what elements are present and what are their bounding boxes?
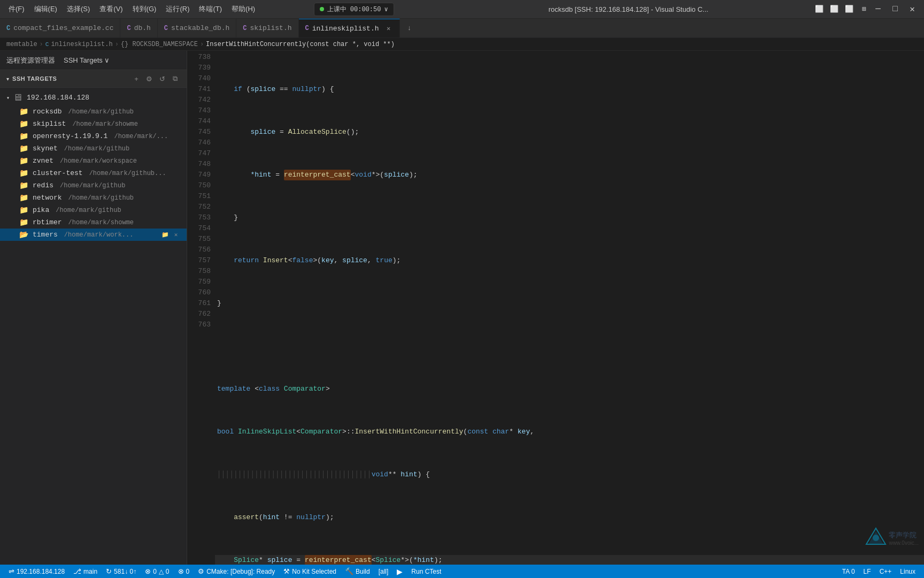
close-button[interactable]: ✕	[905, 2, 920, 17]
ssh-targets-dropdown[interactable]: SSH Targets ∨	[64, 56, 110, 64]
code-line-742: return Insert<false>(key, splice, true);	[215, 255, 924, 266]
status-cmake-label: CMake: [Debug]: Ready	[206, 568, 275, 575]
tab-label-stackable-db-h: stackable_db.h	[171, 24, 229, 32]
status-hints[interactable]: ⊗ 0	[174, 565, 194, 578]
sidebar: 远程资源管理器 SSH Targets ∨ ▾ SSH TARGETS + ⚙ …	[0, 51, 187, 565]
status-build-target[interactable]: [all]	[374, 565, 393, 578]
status-lang[interactable]: C++	[875, 565, 896, 578]
hint-icon: ⊗	[178, 567, 184, 575]
collapse-ssh-button[interactable]: ⧉	[170, 73, 180, 84]
host-chevron: ▾	[6, 95, 10, 101]
item-path-rbtimer: /home/mark/showme	[68, 219, 134, 226]
tab-add-button[interactable]: ↓	[402, 19, 417, 37]
menu-terminal[interactable]: 终端(T)	[195, 2, 226, 16]
menu-edit[interactable]: 编辑(E)	[30, 2, 61, 16]
folder-icon-cluster-test: 📁	[19, 169, 28, 178]
remote-explorer-label: 远程资源管理器	[6, 56, 55, 65]
ssh-targets-title: SSH TARGETS	[12, 75, 57, 82]
code-line-748: assert(hint != nullptr);	[215, 512, 924, 523]
status-nokit[interactable]: ⚒ No Kit Selected	[279, 565, 341, 578]
status-host[interactable]: ⇌ 192.168.184.128	[4, 565, 69, 578]
menu-view[interactable]: 查看(V)	[95, 2, 127, 16]
layout-icon-1[interactable]: ⬜	[813, 5, 826, 13]
timers-close-icon[interactable]: ✕	[172, 231, 180, 239]
tree-item-pika[interactable]: 📁 pika /home/mark/github	[0, 204, 187, 216]
build-icon: 🔨	[345, 567, 353, 575]
tab-label-inlineskiplist-h: inlineskiplist.h	[312, 25, 379, 33]
tab-icon-cpp: C	[6, 25, 10, 32]
status-error-label: 0	[153, 568, 157, 575]
tab-inlineskiplist-h[interactable]: C inlineskiplist.h ✕	[299, 19, 400, 37]
status-build-label: Build	[356, 568, 370, 575]
tab-close-inlineskiplist-h[interactable]: ✕	[384, 24, 393, 33]
debug-chevron: ∨	[384, 5, 388, 13]
add-ssh-button[interactable]: +	[131, 73, 142, 84]
menu-file[interactable]: 件(F)	[4, 2, 29, 16]
tab-icon-h2: C	[164, 25, 168, 32]
menu-run[interactable]: 运行(R)	[161, 2, 194, 16]
breadcrumb-memtable: memtable	[6, 41, 37, 48]
tree-host-192[interactable]: ▾ 🖥 192.168.184.128	[0, 90, 187, 105]
status-build[interactable]: 🔨 Build	[341, 565, 374, 578]
status-branch[interactable]: ⎇ main	[69, 565, 102, 578]
tree-item-openresty[interactable]: 📁 openresty-1.19.9.1 /home/mark/...	[0, 130, 187, 142]
menu-help[interactable]: 帮助(H)	[227, 2, 259, 16]
status-run-ctest[interactable]: Run CTest	[407, 565, 445, 578]
sync-icon: ↻	[106, 567, 112, 575]
status-encoding-label: LF	[864, 568, 871, 575]
tab-compact-files[interactable]: C compact_files_example.cc	[0, 19, 120, 37]
status-bar: ⇌ 192.168.184.128 ⎇ main ↻ 581↓ 0↑ ⊗ 0 △…	[0, 565, 924, 578]
tree-item-network[interactable]: 📁 network /home/mark/github	[0, 192, 187, 204]
tree-section: ▾ 🖥 192.168.184.128 📁 rocksdb /home/mark…	[0, 88, 187, 565]
breadcrumb-function: InsertWithHintConcurrently(const char *,…	[206, 41, 395, 48]
tree-item-rbtimer[interactable]: 📁 rbtimer /home/mark/showme	[0, 216, 187, 229]
tab-bar: C compact_files_example.cc C db.h C stac…	[0, 19, 924, 38]
menu-goto[interactable]: 转到(G)	[128, 2, 161, 16]
tab-db-h[interactable]: C db.h	[120, 19, 157, 37]
minimize-button[interactable]: ─	[871, 2, 886, 17]
tree-item-timers[interactable]: 📂 timers /home/mark/work... 📁 ✕	[0, 229, 187, 241]
tree-item-skynet[interactable]: 📁 skynet /home/mark/github	[0, 142, 187, 155]
maximize-button[interactable]: □	[888, 2, 903, 17]
breadcrumb: memtable › C inlineskiplist.h › {} ROCKS…	[0, 38, 924, 51]
folder-icon-rbtimer: 📁	[19, 218, 28, 227]
grid-icon[interactable]: ⊞	[860, 5, 868, 13]
menu-select[interactable]: 选择(S)	[63, 2, 94, 16]
item-name-zvnet: zvnet	[33, 157, 53, 165]
status-ta0[interactable]: TA 0	[838, 565, 859, 578]
code-line-739: splice = AllocateSplice();	[215, 127, 924, 138]
layout-icon-2[interactable]: ⬜	[828, 5, 841, 13]
tree-item-rocksdb[interactable]: 📁 rocksdb /home/mark/github	[0, 105, 187, 118]
ssh-targets-chevron[interactable]: ▾	[6, 76, 9, 82]
layout-icon-3[interactable]: ⬜	[843, 5, 856, 13]
refresh-ssh-button[interactable]: ↺	[157, 73, 167, 84]
status-lang-label: C++	[880, 568, 892, 575]
tree-item-skiplist[interactable]: 📁 skiplist /home/mark/showme	[0, 118, 187, 130]
tree-item-redis[interactable]: 📁 redis /home/mark/github	[0, 179, 187, 192]
tree-item-zvnet[interactable]: 📁 zvnet /home/mark/workspace	[0, 155, 187, 167]
folder-icon-zvnet: 📁	[19, 156, 28, 165]
status-encoding[interactable]: LF	[859, 565, 875, 578]
status-cmake[interactable]: ⚙ CMake: [Debug]: Ready	[194, 565, 279, 578]
timers-folder-icon: 📁	[161, 231, 170, 239]
code-line-741: }	[215, 212, 924, 223]
tree-item-cluster-test[interactable]: 📁 cluster-test /home/mark/github...	[0, 167, 187, 179]
tab-skiplist-h[interactable]: C skiplist.h	[236, 19, 298, 37]
menu-bar: 件(F) 编辑(E) 选择(S) 查看(V) 转到(G) 运行(R) 终端(T)…	[4, 2, 259, 16]
item-path-zvnet: /home/mark/workspace	[60, 157, 137, 165]
debug-badge[interactable]: 上课中 00:00:50 ∨	[314, 3, 394, 16]
status-errors[interactable]: ⊗ 0 △ 0	[141, 565, 173, 578]
status-debug-play[interactable]: ▶	[392, 565, 407, 578]
line-numbers: 738 739 740 741 742 743 744 745 746 747 …	[187, 51, 215, 565]
status-nokit-label: No Kit Selected	[292, 568, 336, 575]
debug-play-icon: ▶	[397, 567, 403, 576]
status-platform[interactable]: Linux	[896, 565, 920, 578]
settings-ssh-button[interactable]: ⚙	[144, 73, 155, 84]
code-line-746: bool InlineSkipList<Comparator>::InsertW…	[215, 427, 924, 437]
status-error-label2: △	[159, 568, 164, 575]
status-host-label: 192.168.184.128	[17, 568, 65, 575]
status-build-target-label: [all]	[379, 568, 389, 575]
code-editor[interactable]: 738 739 740 741 742 743 744 745 746 747 …	[187, 51, 924, 565]
tab-stackable-db-h[interactable]: C stackable_db.h	[158, 19, 236, 37]
status-sync[interactable]: ↻ 581↓ 0↑	[102, 565, 141, 578]
